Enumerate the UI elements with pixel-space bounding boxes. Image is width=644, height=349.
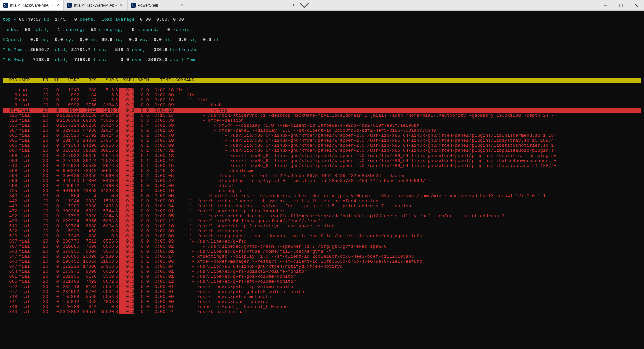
col-command: COMMAND bbox=[174, 78, 641, 83]
process-row: 808mial2006502447201250632S0.30.30:46.23… bbox=[3, 168, 641, 173]
process-row: 340mial20080440S0.00.00:00.00 `- /tools/… bbox=[3, 193, 641, 199]
process-row: 522mial20059204680S0.00.00:00.00 `- /usr… bbox=[3, 229, 641, 234]
svg-rect-1 bbox=[67, 3, 72, 8]
process-row: 746mial200207883440S0.00.00:00.01 `- xca… bbox=[3, 304, 641, 309]
col-pid: PID bbox=[3, 78, 17, 83]
process-row: 661mial20023295661765560S0.00.00:00.01 `… bbox=[3, 274, 641, 279]
col-user: USER bbox=[17, 78, 38, 83]
process-row: 606mial2003493642429616968S0.00.10:00.09… bbox=[3, 143, 641, 148]
process-row: 492mial200779638283344S0.00.00:00.05 `- … bbox=[3, 214, 641, 219]
process-row: 594mial2003504362235616960S0.00.10:00.05… bbox=[3, 173, 641, 178]
titlebar: mial@HackWare-MiAl: ~×mial@HackWare-MiAl… bbox=[0, 0, 644, 11]
process-row: 741mial20015581273524808S0.00.00:00.00 `… bbox=[3, 299, 641, 304]
tab-1[interactable]: mial@HackWare-MiAl: ~× bbox=[64, 0, 128, 10]
process-row: 608mial2002470323632029516S0.00.10:00.13… bbox=[3, 153, 641, 158]
process-row: 442mial2001194420321596S0.00.00:00.00 `-… bbox=[3, 199, 641, 204]
process-row: 666mial20031140874926672S0.00.00:00.12 `… bbox=[3, 279, 641, 284]
process-row: 496mial20022992458565088S0.00.00:00.12 `… bbox=[3, 219, 641, 224]
tab-0[interactable]: mial@HackWare-MiAl: ~× bbox=[0, 0, 64, 10]
process-row: 672mial20023271681845552S0.00.00:00.01 `… bbox=[3, 284, 641, 289]
process-row: 530mial200217722410628065424S0.00.40:01.… bbox=[3, 123, 641, 128]
col-ni: NI bbox=[48, 78, 59, 83]
process-row: 640mial2001984521606411868S0.00.10:00.06… bbox=[3, 259, 641, 264]
process-row: 443mial200798033882492S0.30.00:01.94 `- … bbox=[3, 204, 641, 209]
close-tab-icon[interactable]: × bbox=[55, 3, 60, 8]
process-header-row: PID USER PR NI VIRT RES SHR S %CPU %MEM … bbox=[3, 78, 641, 83]
process-row: 1root2001248880516S0.00.00:00.18/init bbox=[3, 88, 641, 93]
process-row: 543mial20037895663045668S0.00.00:00.01 `… bbox=[3, 249, 641, 254]
process-row: 698mial20016997271166460S0.00.00:00.00 `… bbox=[3, 183, 641, 188]
process-row: 529mial20072482800S0.00.00:00.00 `- /usr… bbox=[3, 234, 641, 239]
process-row: 677mial20023495267046032S0.00.00:00.01 `… bbox=[3, 289, 641, 294]
terminal-output[interactable]: top - 06:49:07 up 1:45, 0 users, load av… bbox=[0, 11, 644, 349]
col-mem: %MEM bbox=[134, 78, 149, 83]
process-row: 328mial20021863086938043036S0.00.30:00.3… bbox=[3, 118, 641, 123]
col-shr: SHR bbox=[97, 78, 114, 83]
process-row: 510mial20016970466806004S0.00.00:00.10 `… bbox=[3, 224, 641, 229]
process-row: 609mial2002471363622429528S0.00.10:00.14… bbox=[3, 158, 641, 163]
col-pr: PR bbox=[38, 78, 48, 83]
close-button[interactable] bbox=[629, 0, 644, 10]
process-list: 1root2001248880516S0.00.00:00.18/init6ro… bbox=[3, 88, 641, 314]
top-summary-mem: MiB Mem : 25546.7 total, 24701.7 free, 5… bbox=[3, 47, 641, 52]
svg-rect-4 bbox=[619, 4, 623, 7]
process-row: 607mial2003182083802830816S0.30.10:07.31… bbox=[3, 148, 641, 153]
col-virt: VIRT bbox=[59, 78, 79, 83]
col-time: TIME+ bbox=[149, 78, 174, 83]
terminal-icon bbox=[67, 3, 72, 8]
process-row: 599mial2004417609780440400S0.00.40:00.87… bbox=[3, 178, 641, 183]
process-row: 6root2008928416S0.00.00:00.00 `- /init bbox=[3, 93, 641, 98]
process-row: 577mial2002366602009614180S0.00.10:00.17… bbox=[3, 254, 641, 259]
process-row: 718mial20015920855605056S0.00.00:00.00 `… bbox=[3, 294, 641, 299]
process-row: 610mial2002469243558828976S0.00.10:00.15… bbox=[3, 163, 641, 168]
tab-2[interactable]: PowerShell× bbox=[128, 0, 188, 10]
process-row: 472mial20030920463125744S0.00.00:00.01 `… bbox=[3, 209, 641, 214]
process-row: 7root2008928416S0.00.00:00.18 `- /init bbox=[3, 98, 641, 103]
svg-rect-0 bbox=[3, 3, 8, 8]
new-tab-button[interactable]: + bbox=[288, 0, 299, 10]
powershell-icon bbox=[131, 3, 136, 8]
top-summary-line1: top - 06:49:07 up 1:45, 0 users, load av… bbox=[3, 17, 641, 22]
process-row: 537mial20023677675126556S0.00.00:00.03 `… bbox=[3, 239, 641, 244]
maximize-button[interactable] bbox=[613, 0, 629, 10]
process-row: 951mial200993236123140R0.30.00:00.19 `- … bbox=[3, 108, 641, 113]
tabs-area: mial@HackWare-MiAl: ~×mial@HackWare-MiAl… bbox=[0, 0, 288, 10]
tab-title: mial@HackWare-MiAl: ~ bbox=[10, 3, 53, 8]
tab-dropdown-button[interactable] bbox=[299, 0, 310, 10]
process-row: 707mial20031088076006608S0.00.00:00.02 `… bbox=[3, 244, 641, 249]
tab-title: mial@HackWare-MiAl: ~ bbox=[74, 3, 117, 8]
process-row: 587mial2003294284793632024S0.00.20:01.16… bbox=[3, 128, 641, 133]
tab-title: PowerShell bbox=[138, 3, 178, 8]
process-row: 605mial2002017722436417064S0.00.10:00.10… bbox=[3, 138, 641, 143]
terminal-icon bbox=[3, 3, 8, 8]
col-cpu: %CPU bbox=[119, 78, 134, 83]
window-controls bbox=[598, 0, 644, 10]
process-row: 725mial2004019084386834228S0.00.20:00.10… bbox=[3, 188, 641, 193]
svg-rect-2 bbox=[131, 3, 136, 8]
process-row: 602mial2003235204279232424S0.00.20:00.70… bbox=[3, 133, 641, 138]
close-tab-icon[interactable]: × bbox=[119, 3, 124, 8]
process-row: 654mial20027397290088020S0.00.00:00.01 `… bbox=[3, 269, 641, 274]
col-s: S bbox=[114, 78, 119, 83]
top-summary-cpu: %Cpu(s): 0.0 us, 0.0 sy, 0.0 ni, 99.9 id… bbox=[3, 37, 641, 42]
process-row: 647mial2002722281700814968S0.00.10:00.04… bbox=[3, 264, 641, 269]
close-tab-icon[interactable]: × bbox=[180, 3, 184, 8]
process-row: 325mial200213234816616054804S0.00.60:10.… bbox=[3, 113, 641, 118]
top-summary-tasks: Tasks: 53 total, 1 running, 52 sleeping,… bbox=[3, 27, 641, 32]
process-row: 8mial200699237563184S0.00.00:00.09 `- -b… bbox=[3, 103, 641, 108]
minimize-button[interactable] bbox=[598, 0, 613, 10]
process-row: 843mial20023288929457665520S0.00.40:00.2… bbox=[3, 309, 641, 314]
top-summary-swap: MiB Swap: 7168.0 total, 7168.0 free, 0.0… bbox=[3, 57, 641, 62]
col-res: RES bbox=[79, 78, 97, 83]
